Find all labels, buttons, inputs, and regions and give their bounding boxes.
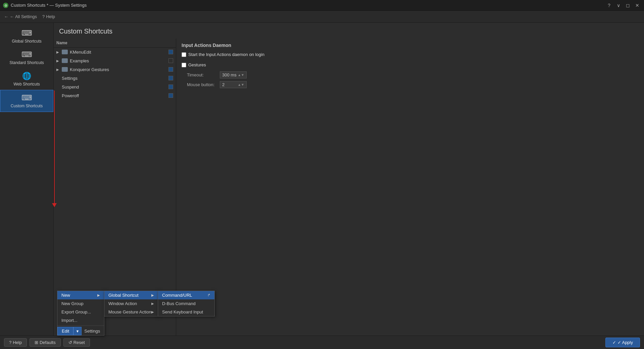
tree-check-examples[interactable] <box>168 58 173 63</box>
page-title: Custom Shortcuts <box>54 23 644 39</box>
help-window-button[interactable]: ? <box>605 1 613 9</box>
window-title: Custom Shortcuts * — System Settings <box>11 3 87 8</box>
ctx-item-dbus-label: D-Bus Command <box>162 301 196 306</box>
ctx-arrow-global: ▶ <box>151 293 154 297</box>
folder-icon <box>62 50 68 54</box>
tree-check-suspend[interactable] <box>168 84 173 89</box>
tree-check-settings[interactable] <box>168 76 173 80</box>
ctx-item-command-url[interactable]: Command/URL ↱ <box>158 291 214 299</box>
help-link[interactable]: ? Help <box>42 14 55 19</box>
edit-dropdown-button[interactable]: ▼ <box>73 327 82 335</box>
gestures-section: Gestures Timeout: 300 ms ▲▼ Mouse button… <box>182 62 639 88</box>
sidebar-item-custom-shortcuts[interactable]: ⌨ Custom Shortcuts <box>0 90 53 112</box>
ctx-item-window-action[interactable]: Window Action ▶ <box>104 299 158 308</box>
ctx-item-window-action-label: Window Action <box>108 301 137 306</box>
tree-check-konqueror[interactable] <box>168 67 173 72</box>
mouse-button-label: Mouse button: <box>187 82 217 87</box>
sidebar-item-global-shortcuts[interactable]: ⌨ Global Shortcuts <box>0 25 53 47</box>
sidebar: ⌨ Global Shortcuts ⌨ Standard Shortcuts … <box>0 23 54 336</box>
timeout-label: Timeout: <box>187 72 217 77</box>
help-button[interactable]: ? Help <box>4 338 27 347</box>
back-link[interactable]: ← ← All Settings <box>4 14 37 19</box>
sidebar-item-web-shortcuts[interactable]: 🌐 Web Shortcuts <box>0 68 53 90</box>
ctx-item-command-url-label: Command/URL <box>162 293 192 298</box>
expand-icon: ▶ <box>56 68 62 71</box>
folder-icon <box>62 58 68 63</box>
appbar: ← ← All Settings ? Help <box>0 11 644 23</box>
timeout-row: Timeout: 300 ms ▲▼ <box>182 71 639 78</box>
ctx-item-import-label: Import... <box>61 318 78 323</box>
daemon-checkbox[interactable] <box>182 52 186 57</box>
ctx-item-global-shortcut[interactable]: Global Shortcut ▶ <box>104 291 158 299</box>
bottom-left: ? Help ⊞ Defaults ↺ Reset <box>4 338 90 347</box>
ctx-arrow-window: ▶ <box>151 302 154 305</box>
bottom-toolbar: ? Help ⊞ Defaults ↺ Reset ✓ ✓ Apply <box>0 336 644 349</box>
apply-button[interactable]: ✓ ✓ Apply <box>605 338 640 347</box>
custom-shortcuts-icon: ⌨ <box>21 94 32 102</box>
ctx-item-export-label: Export Group... <box>61 309 91 314</box>
spinbox-arrows[interactable]: ▲▼ <box>238 83 244 86</box>
tree-item-label: Suspend <box>62 84 168 90</box>
spinbox-arrows[interactable]: ▲▼ <box>238 73 244 77</box>
right-panel: Input Actions Daemon Start the Input Act… <box>176 39 644 336</box>
tree-item-examples[interactable]: ▶ Examples <box>54 56 176 65</box>
main-layout: ⌨ Global Shortcuts ⌨ Standard Shortcuts … <box>0 23 644 336</box>
tree-item-settings[interactable]: Settings <box>54 74 176 82</box>
gestures-checkbox[interactable] <box>182 63 186 67</box>
defaults-button[interactable]: ⊞ Defaults <box>30 338 61 347</box>
mouse-button-spinbox[interactable]: 2 ▲▼ <box>220 81 247 88</box>
ctx-item-send-keyboard-label: Send Keyboard Input <box>162 309 203 314</box>
ctx-item-new[interactable]: New ▶ <box>57 291 104 299</box>
ctx-item-dbus-command[interactable]: D-Bus Command <box>158 299 214 308</box>
app-icon: ⚙ <box>3 2 9 8</box>
context-menu-overlay: New ▶ New Group Export Group... Import..… <box>57 291 104 336</box>
tree-check-poweroff[interactable] <box>168 93 173 98</box>
titlebar: ⚙ Custom Shortcuts * — System Settings ?… <box>0 0 644 11</box>
sidebar-item-label: Web Shortcuts <box>13 82 40 86</box>
back-label[interactable]: ← All Settings <box>10 14 37 19</box>
tree-header: Name <box>54 39 176 48</box>
tree-item-suspend[interactable]: Suspend <box>54 82 176 91</box>
web-shortcuts-icon: 🌐 <box>22 72 31 80</box>
help-btn-icon: ? <box>9 340 11 345</box>
ctx-item-export-group[interactable]: Export Group... <box>57 308 104 316</box>
sidebar-item-standard-shortcuts[interactable]: ⌨ Standard Shortcuts <box>0 47 53 68</box>
mouse-button-value: 2 <box>222 82 225 87</box>
global-shortcuts-icon: ⌨ <box>21 29 32 38</box>
maximize-button[interactable]: ◻ <box>624 1 632 9</box>
ctx-item-import[interactable]: Import... <box>57 316 104 325</box>
expand-icon: ▶ <box>56 50 62 54</box>
ctx-arrow-new: ▶ <box>97 293 100 297</box>
right-panel-title: Input Actions Daemon <box>182 43 639 48</box>
tree-check-kmenudit[interactable] <box>168 50 173 54</box>
sidebar-item-label: Global Shortcuts <box>12 39 42 44</box>
ctx-separator <box>57 326 104 326</box>
ctx-item-new-label: New <box>61 293 70 298</box>
tree-item-poweroff[interactable]: Poweroff <box>54 91 176 100</box>
reset-button[interactable]: ↺ Reset <box>63 338 90 347</box>
ctx-item-send-keyboard[interactable]: Send Keyboard Input <box>158 308 214 316</box>
timeout-spinbox[interactable]: 300 ms ▲▼ <box>220 71 247 78</box>
ctx-item-new-group[interactable]: New Group <box>57 299 104 308</box>
edit-btn-group: Edit ▼ <box>57 327 82 335</box>
close-button[interactable]: ✕ <box>633 1 641 9</box>
tree-item-konqueror[interactable]: ▶ Konqueror Gestures <box>54 65 176 74</box>
content-area: Custom Shortcuts Name ▶ KMenuEdit ▶ <box>54 23 644 336</box>
sidebar-item-label: Custom Shortcuts <box>11 104 43 108</box>
defaults-btn-label: Defaults <box>40 340 56 345</box>
tree-item-label: Examples <box>70 58 168 63</box>
settings-in-row[interactable]: Settings <box>84 329 100 334</box>
help-label: Help <box>46 14 55 19</box>
defaults-btn-icon: ⊞ <box>35 340 38 345</box>
ctx-item-mouse-gesture[interactable]: Mouse Gesture Action ▶ <box>104 308 158 316</box>
edit-button[interactable]: Edit <box>57 327 73 335</box>
help-btn-label: Help <box>13 340 22 345</box>
back-arrow-icon: ← <box>4 14 8 19</box>
minimize-button[interactable]: ∨ <box>614 1 623 9</box>
ctx-arrow-mouse: ▶ <box>151 310 154 314</box>
help-icon: ? <box>42 14 45 19</box>
ctx-submenu-new: Global Shortcut ▶ Window Action ▶ Mouse … <box>104 291 158 316</box>
tree-item-kmenudit[interactable]: ▶ KMenuEdit <box>54 48 176 56</box>
apply-btn-label: ✓ Apply <box>617 340 633 345</box>
reset-btn-icon: ↺ <box>68 340 72 345</box>
